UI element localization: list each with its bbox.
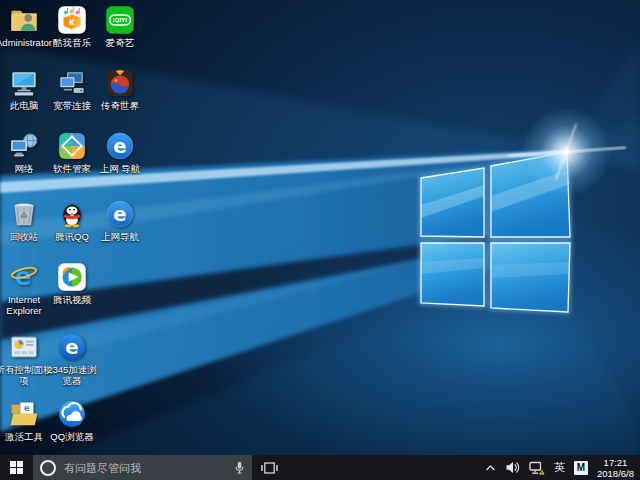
- network-icon: [9, 131, 39, 161]
- clock-date: 2018/6/8: [597, 468, 634, 479]
- desktop-icon-administrator[interactable]: Administrator: [0, 5, 48, 48]
- start-button[interactable]: [0, 455, 33, 480]
- desktop-icon-network[interactable]: 网络: [0, 131, 48, 174]
- volume-button[interactable]: [505, 461, 520, 474]
- svg-text:e: e: [113, 134, 127, 158]
- legend-world-icon: [105, 68, 135, 98]
- desktop-icon-activation-tool[interactable]: e激活工具: [0, 399, 48, 442]
- iqiyi-icon: iQIYI: [105, 5, 135, 35]
- ie-icon: e: [9, 262, 39, 292]
- nav-e-icon: e: [105, 131, 135, 161]
- svg-text:e: e: [113, 202, 127, 226]
- desktop-icon-web-navigation-1[interactable]: e上网 导航: [96, 131, 144, 174]
- this-pc-icon: [9, 68, 39, 98]
- task-view-icon: [261, 461, 278, 475]
- taskbar-empty-area: [287, 455, 481, 480]
- windows-desktop: AdministratorK酷我音乐iQIYI爱奇艺此电脑宽带连接传奇世界网络软…: [0, 0, 640, 480]
- svg-text:iQIYI: iQIYI: [113, 17, 127, 23]
- cortana-icon: [40, 460, 56, 476]
- windows-logo-icon: [10, 461, 23, 474]
- desktop-icon-all-control-panel-items[interactable]: 所有控制面板项: [0, 332, 48, 386]
- ime-badge: M: [574, 461, 588, 475]
- desktop-icon-label: 传奇世界: [91, 100, 149, 111]
- desktop-icon-tencent-qq[interactable]: 腾讯QQ: [48, 199, 96, 242]
- desktop-icon-kuwo-music[interactable]: K酷我音乐: [48, 5, 96, 48]
- tencent-video-icon: [57, 262, 87, 292]
- task-view-button[interactable]: [252, 455, 287, 480]
- show-hidden-icons-button[interactable]: [485, 464, 496, 472]
- kuwo-music-icon: K: [57, 5, 87, 35]
- desktop-icon-tencent-video[interactable]: 腾讯视频: [48, 262, 96, 305]
- chevron-up-icon: [485, 464, 496, 472]
- desktop-icon-legend-world[interactable]: 传奇世界: [96, 68, 144, 111]
- desktop-icon-qq-browser[interactable]: QQ浏览器: [48, 399, 96, 442]
- ime-indicator[interactable]: M: [574, 461, 588, 475]
- desktop-icon-label: 爱奇艺: [91, 37, 149, 48]
- search-input[interactable]: [62, 461, 228, 475]
- nav-e-icon: e: [105, 199, 135, 229]
- desktop-icon-label: 腾讯视频: [43, 294, 101, 305]
- system-tray: 英 M 17:21 2018/6/8: [481, 455, 640, 480]
- language-indicator[interactable]: 英: [554, 460, 565, 475]
- desktop-icon-grid: AdministratorK酷我音乐iQIYI爱奇艺此电脑宽带连接传奇世界网络软…: [0, 0, 640, 455]
- software-manager-icon: [57, 131, 87, 161]
- desktop-icon-internet-explorer[interactable]: eInternet Explorer: [0, 262, 48, 316]
- network-status-button[interactable]: [529, 461, 545, 475]
- desktop-icon-recycle-bin[interactable]: 回收站: [0, 199, 48, 242]
- activation-folder-icon: e: [9, 399, 39, 429]
- control-panel-icon: [9, 332, 39, 362]
- desktop-icon-web-navigation-2[interactable]: e上网导航: [96, 199, 144, 242]
- desktop-icon-broadband-connection[interactable]: 宽带连接: [48, 68, 96, 111]
- recycle-bin-icon: [9, 199, 39, 229]
- desktop-icon-label: 上网导航: [91, 231, 149, 242]
- desktop-icon-iqiyi[interactable]: iQIYI爱奇艺: [96, 5, 144, 48]
- desktop-icon-label: 上网 导航: [91, 163, 149, 174]
- e-2345-icon: e: [57, 332, 87, 362]
- microphone-icon[interactable]: [234, 460, 245, 475]
- broadband-icon: [57, 68, 87, 98]
- svg-text:e: e: [65, 335, 79, 359]
- desktop-icon-software-manager[interactable]: 软件管家: [48, 131, 96, 174]
- qq-penguin-icon: [57, 199, 87, 229]
- qq-browser-icon: [57, 399, 87, 429]
- speaker-icon: [505, 461, 520, 474]
- svg-text:e: e: [24, 403, 30, 413]
- clock-time: 17:21: [604, 457, 628, 468]
- desktop-icon-2345-browser[interactable]: e2345加速浏览器: [48, 332, 96, 386]
- taskbar-search[interactable]: [33, 455, 252, 480]
- folder-user-icon: [9, 5, 39, 35]
- clock[interactable]: 17:21 2018/6/8: [597, 457, 634, 479]
- network-warning-icon: [529, 461, 545, 475]
- desktop-icon-this-pc[interactable]: 此电脑: [0, 68, 48, 111]
- desktop-icon-label: 2345加速浏览器: [43, 364, 101, 386]
- taskbar: 英 M 17:21 2018/6/8: [0, 455, 640, 480]
- desktop-icon-label: QQ浏览器: [43, 431, 101, 442]
